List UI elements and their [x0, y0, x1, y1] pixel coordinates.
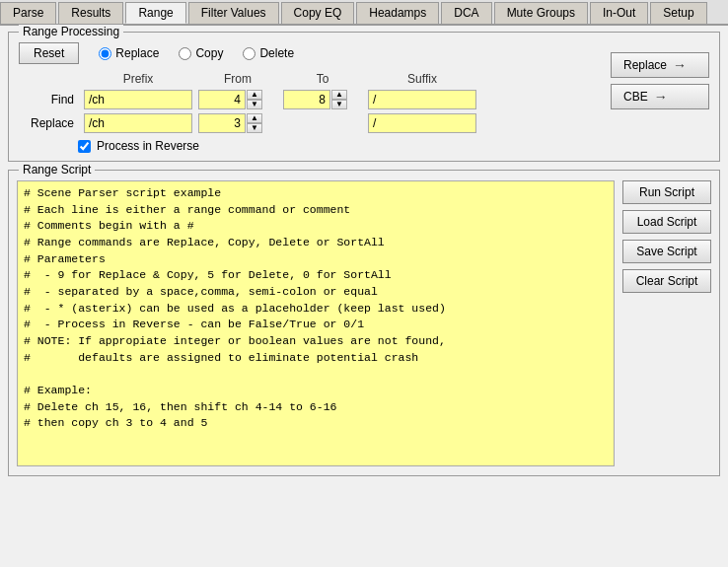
radio-copy[interactable] — [179, 47, 191, 60]
main-content: Range Processing Reset Replace Copy Dele… — [0, 26, 728, 482]
find-prefix-input[interactable] — [84, 90, 192, 109]
replace-from-spinner: ▲ ▼ — [198, 113, 277, 133]
tab-filter-values[interactable]: Filter Values — [188, 2, 279, 24]
script-buttons: Run Script Load Script Save Script Clear… — [622, 177, 711, 469]
clear-script-button[interactable]: Clear Script — [622, 269, 711, 293]
find-to-input[interactable] — [283, 90, 330, 109]
run-script-button[interactable]: Run Script — [622, 180, 711, 204]
radio-group: Replace Copy Delete — [99, 46, 294, 60]
radio-copy-text: Copy — [195, 46, 223, 60]
replace-label: Replace — [19, 116, 78, 130]
find-from-down[interactable]: ▼ — [247, 100, 262, 109]
replace-btn-label: Replace — [623, 58, 667, 72]
replace-from-input[interactable] — [198, 113, 246, 133]
save-script-button[interactable]: Save Script — [622, 240, 711, 263]
header-suffix: Suffix — [368, 72, 476, 86]
radio-replace-text: Replace — [115, 46, 159, 60]
replace-button[interactable]: Replace → — [611, 52, 709, 78]
replace-prefix-input[interactable] — [84, 113, 192, 133]
tab-in-out[interactable]: In-Out — [590, 2, 648, 24]
find-to-up[interactable]: ▲ — [331, 90, 347, 100]
find-suffix-input[interactable] — [368, 90, 476, 109]
tab-parse[interactable]: Parse — [0, 2, 56, 24]
header-to: To — [283, 72, 362, 86]
right-buttons: Replace → CBE → — [611, 52, 709, 109]
cbe-button[interactable]: CBE → — [611, 84, 709, 109]
process-reverse-row: Process in Reverse — [78, 139, 591, 153]
find-from-up[interactable]: ▲ — [247, 90, 262, 100]
range-script-label: Range Script — [19, 163, 95, 177]
find-from-input[interactable] — [198, 90, 246, 109]
tab-setup[interactable]: Setup — [650, 2, 706, 24]
find-from-spinners: ▲ ▼ — [247, 90, 262, 109]
radio-delete-text: Delete — [259, 46, 294, 60]
tab-range[interactable]: Range — [125, 2, 185, 24]
load-script-button[interactable]: Load Script — [622, 210, 711, 234]
find-to-down[interactable]: ▼ — [331, 100, 347, 109]
controls-row: Reset Replace Copy Delete — [19, 42, 591, 64]
cbe-arrow-icon: → — [654, 89, 668, 105]
radio-copy-label[interactable]: Copy — [179, 46, 223, 60]
replace-arrow-icon: → — [673, 57, 687, 73]
radio-replace[interactable] — [99, 47, 111, 60]
range-script-section: Range Script # Scene Parser script examp… — [8, 170, 720, 476]
header-prefix: Prefix — [84, 72, 192, 86]
tab-mute-groups[interactable]: Mute Groups — [494, 2, 588, 24]
process-reverse-label: Process in Reverse — [97, 139, 199, 153]
process-reverse-checkbox[interactable] — [78, 140, 91, 153]
tab-bar: Parse Results Range Filter Values Copy E… — [0, 0, 728, 26]
range-processing-label: Range Processing — [19, 25, 123, 38]
reset-button[interactable]: Reset — [19, 42, 79, 64]
find-to-spinner: ▲ ▼ — [283, 90, 362, 109]
replace-from-up[interactable]: ▲ — [247, 113, 262, 123]
replace-suffix-input[interactable] — [368, 113, 476, 133]
find-to-spinners: ▲ ▼ — [331, 90, 347, 109]
script-textarea-wrapper: # Scene Parser script example # Each lin… — [17, 180, 615, 469]
tab-dca[interactable]: DCA — [441, 2, 491, 24]
find-from-spinner: ▲ ▼ — [198, 90, 277, 109]
replace-from-down[interactable]: ▼ — [247, 123, 262, 133]
range-processing-section: Range Processing Reset Replace Copy Dele… — [8, 32, 720, 162]
form-grid: Prefix From To Suffix Find ▲ ▼ ▲ ▼ — [19, 72, 591, 133]
tab-copy-eq[interactable]: Copy EQ — [281, 2, 355, 24]
tab-headamps[interactable]: Headamps — [356, 2, 439, 24]
cbe-btn-label: CBE — [623, 90, 648, 104]
tab-results[interactable]: Results — [58, 2, 123, 24]
find-label: Find — [19, 93, 78, 106]
script-textarea[interactable]: # Scene Parser script example # Each lin… — [17, 180, 615, 466]
header-from: From — [198, 72, 277, 86]
replace-from-spinners: ▲ ▼ — [247, 113, 262, 133]
radio-delete-label[interactable]: Delete — [243, 46, 294, 60]
radio-delete[interactable] — [243, 47, 255, 60]
radio-replace-label[interactable]: Replace — [99, 46, 159, 60]
